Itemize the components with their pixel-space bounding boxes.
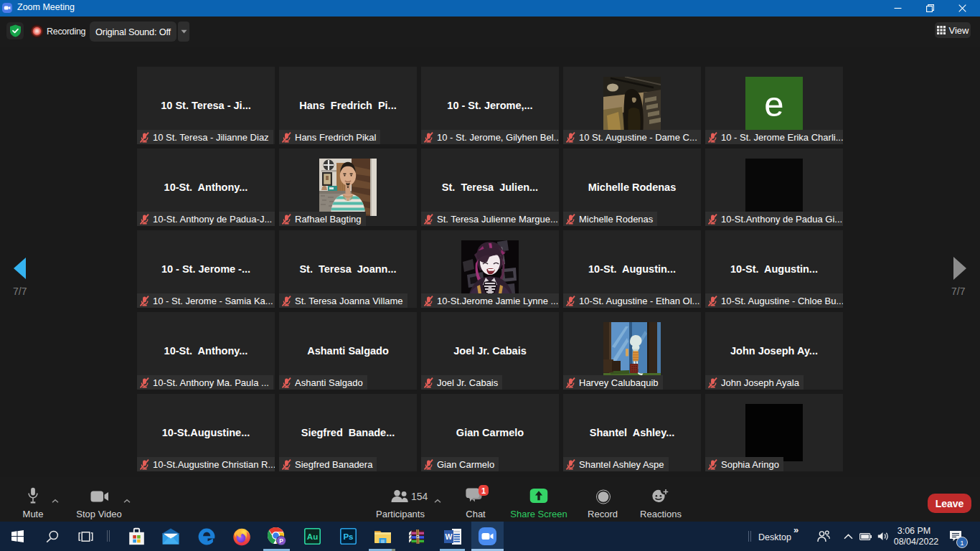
svg-text:Au: Au	[306, 532, 317, 541]
svg-text:W: W	[445, 532, 452, 541]
svg-text:P: P	[279, 537, 283, 545]
svg-text:Ps: Ps	[343, 532, 353, 541]
